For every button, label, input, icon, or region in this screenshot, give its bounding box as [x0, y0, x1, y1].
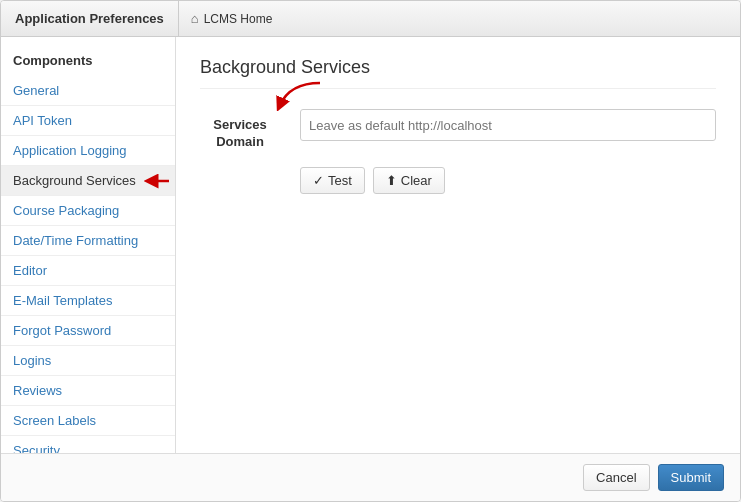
sidebar-item-email-templates[interactable]: E-Mail Templates — [1, 286, 175, 316]
upload-icon: ⬆ — [386, 173, 397, 188]
sidebar-item-general[interactable]: General — [1, 76, 175, 106]
clear-button[interactable]: ⬆ Clear — [373, 167, 445, 194]
sidebar-item-logins[interactable]: Logins — [1, 346, 175, 376]
sidebar-item-editor[interactable]: Editor — [1, 256, 175, 286]
sidebar-item-reviews[interactable]: Reviews — [1, 376, 175, 406]
home-tab-label: LCMS Home — [204, 12, 273, 26]
sidebar-item-forgot-password[interactable]: Forgot Password — [1, 316, 175, 346]
title-bar: Application Preferences ⌂ LCMS Home — [1, 1, 740, 37]
app-window: Application Preferences ⌂ LCMS Home Comp… — [0, 0, 741, 502]
form-row-domain: Services Domain — [200, 109, 716, 151]
domain-input[interactable] — [300, 109, 716, 141]
sidebar-item-course-packaging[interactable]: Course Packaging — [1, 196, 175, 226]
sidebar: Components GeneralAPI TokenApplication L… — [1, 37, 176, 453]
cancel-button[interactable]: Cancel — [583, 464, 649, 491]
sidebar-item-api-token[interactable]: API Token — [1, 106, 175, 136]
sidebar-item-background-services[interactable]: Background Services — [1, 166, 175, 196]
submit-button[interactable]: Submit — [658, 464, 724, 491]
sidebar-item-screen-labels[interactable]: Screen Labels — [1, 406, 175, 436]
home-icon: ⌂ — [191, 11, 199, 26]
sidebar-heading: Components — [1, 49, 175, 76]
app-title: Application Preferences — [1, 1, 179, 36]
sidebar-item-application-logging[interactable]: Application Logging — [1, 136, 175, 166]
red-arrow-icon — [270, 81, 330, 111]
main-content: Components GeneralAPI TokenApplication L… — [1, 37, 740, 453]
checkmark-icon: ✓ — [313, 173, 324, 188]
content-panel: Background Services — [176, 37, 740, 453]
action-buttons: ✓ Test ⬆ Clear — [300, 167, 716, 194]
test-button[interactable]: ✓ Test — [300, 167, 365, 194]
sidebar-item-security[interactable]: Security — [1, 436, 175, 453]
home-tab[interactable]: ⌂ LCMS Home — [179, 1, 285, 36]
footer: Cancel Submit — [1, 453, 740, 501]
sidebar-item-datetime-formatting[interactable]: Date/Time Formatting — [1, 226, 175, 256]
domain-label: Services Domain — [200, 111, 280, 151]
